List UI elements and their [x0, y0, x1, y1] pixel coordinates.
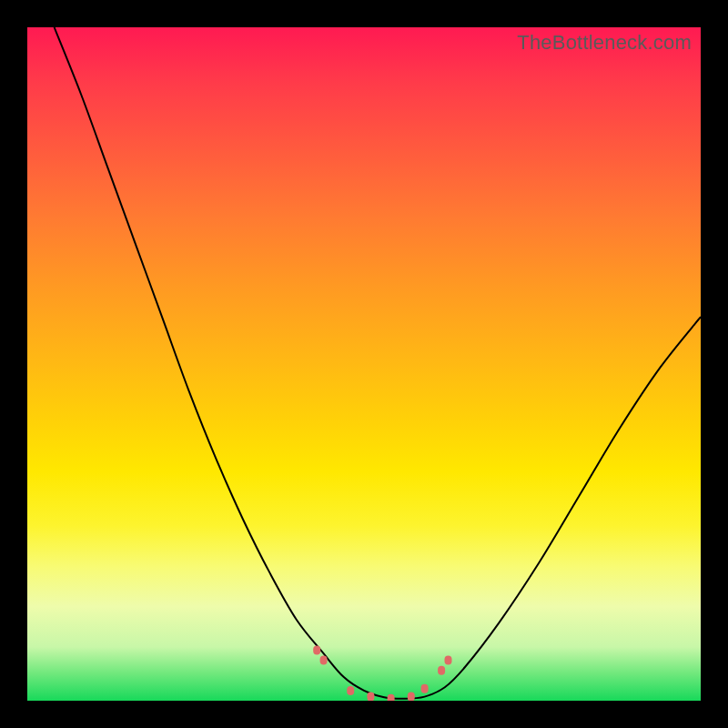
curve-marker — [367, 693, 374, 701]
curve-marker — [438, 666, 445, 675]
plot-area: TheBottleneck.com — [27, 27, 701, 701]
curve-marker — [445, 656, 452, 665]
curve-marker — [320, 656, 328, 665]
curve-marker — [421, 684, 429, 693]
bottleneck-curve — [55, 27, 701, 699]
curve-marker — [313, 646, 320, 655]
curve-marker — [388, 694, 395, 701]
curve-marker — [347, 686, 354, 695]
chart-frame: TheBottleneck.com — [0, 0, 728, 728]
bottleneck-curve-svg — [27, 27, 701, 701]
marker-group — [313, 646, 451, 702]
curve-marker — [408, 693, 415, 701]
